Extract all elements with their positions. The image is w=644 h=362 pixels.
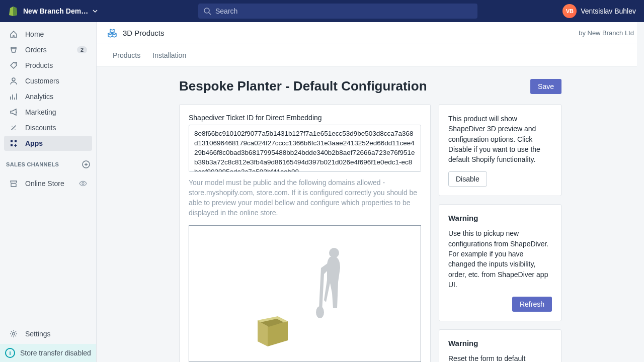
ticket-label: Shapediver Ticket ID for Direct Embeddin… (189, 114, 421, 122)
username[interactable]: Ventsislav Buhlev (581, 7, 636, 15)
sidebar-item-label: Settings (25, 330, 51, 338)
sidebar-item-apps[interactable]: Apps (4, 136, 92, 151)
search-input[interactable] (215, 7, 472, 15)
tab-installation[interactable]: Installation (146, 51, 192, 59)
svg-point-9 (13, 333, 15, 335)
svg-point-0 (204, 8, 209, 13)
store-name[interactable]: New Branch Demo ... (23, 7, 89, 15)
tab-products[interactable]: Products (107, 51, 146, 59)
store-switcher-caret-icon[interactable] (93, 9, 98, 14)
sidebar-item-label: Customers (25, 77, 59, 85)
sidebar-item-label: Apps (25, 139, 43, 147)
search-icon (203, 7, 211, 15)
sidebar-item-label: Home (25, 30, 44, 38)
app-3d-icon (107, 28, 118, 39)
sidebar-item-products[interactable]: Products (4, 58, 92, 73)
add-channel-icon[interactable] (82, 160, 90, 168)
reset-title: Warning (448, 339, 552, 347)
disable-text: This product will show ShapeDiver 3D pre… (448, 114, 552, 164)
page-title: Bespoke Planter - Default Configuration (179, 78, 427, 94)
app-header: 3D Products by New Branch Ltd (97, 22, 644, 44)
global-search[interactable] (198, 4, 477, 19)
sales-channels-heading: SALES CHANNELS (0, 155, 96, 171)
svg-point-15 (316, 306, 324, 318)
svg-rect-5 (15, 140, 17, 142)
sidebar-item-label: Online Store (25, 179, 64, 188)
sidebar-item-analytics[interactable]: Analytics (4, 89, 92, 104)
scrollbar-thumb[interactable] (638, 67, 643, 188)
refresh-text: Use this to pickup new configurations fr… (448, 228, 552, 290)
svg-point-14 (329, 248, 339, 258)
avatar[interactable]: VB (562, 4, 577, 18)
info-icon: i (5, 348, 15, 358)
orders-badge: 2 (77, 46, 87, 53)
view-store-icon[interactable] (79, 179, 87, 188)
sidebar-item-label: Orders (25, 46, 47, 54)
online-store-icon (9, 179, 18, 188)
main: 3D Products by New Branch Ltd Products I… (97, 22, 644, 362)
store-transfer-banner[interactable]: i Store transfer disabled (0, 344, 96, 362)
topbar: New Branch Demo ... VB Ventsislav Buhlev (0, 0, 644, 22)
discounts-icon (9, 123, 18, 132)
sidebar: Home Orders 2 Products Customers Analyti… (0, 22, 97, 362)
refresh-button[interactable]: Refresh (512, 297, 552, 312)
app-title: 3D Products (123, 29, 165, 37)
refresh-title: Warning (448, 214, 552, 222)
disable-card: This product will show ShapeDiver 3D pre… (439, 104, 561, 196)
customers-icon (9, 76, 18, 85)
content-scroll[interactable]: Bespoke Planter - Default Configuration … (97, 66, 644, 362)
sidebar-item-label: Analytics (25, 93, 53, 101)
sidebar-item-settings[interactable]: Settings (4, 326, 92, 341)
home-icon (9, 30, 18, 39)
marketing-icon (9, 108, 18, 117)
app-byline: by New Branch Ltd (579, 29, 634, 37)
sidebar-item-orders[interactable]: Orders 2 (4, 42, 92, 57)
store-transfer-label: Store transfer disabled (20, 349, 91, 357)
sidebar-item-label: Marketing (25, 108, 56, 116)
svg-point-2 (15, 63, 16, 64)
products-icon (9, 61, 18, 70)
ticket-help: Your model must be public and the follow… (189, 177, 421, 218)
apps-icon (9, 139, 18, 148)
shopify-logo-icon (8, 6, 18, 16)
sidebar-item-customers[interactable]: Customers (4, 73, 92, 88)
save-button[interactable]: Save (530, 79, 561, 94)
svg-point-3 (12, 78, 15, 81)
analytics-icon (9, 92, 18, 101)
ticket-card: Shapediver Ticket ID for Direct Embeddin… (179, 104, 431, 362)
model-preview[interactable] (189, 225, 421, 362)
reset-text: Reset the form to default configuration. (448, 353, 552, 362)
ticket-input[interactable] (189, 125, 421, 172)
sidebar-item-online-store[interactable]: Online Store (4, 176, 92, 191)
sidebar-item-home[interactable]: Home (4, 27, 92, 42)
reset-card: Warning Reset the form to default config… (439, 329, 561, 362)
preview-box-icon (253, 310, 293, 350)
svg-line-1 (209, 13, 211, 15)
svg-rect-6 (11, 144, 13, 146)
svg-rect-4 (11, 140, 13, 142)
svg-point-8 (82, 183, 84, 185)
gear-icon (9, 329, 18, 338)
sidebar-item-label: Products (25, 61, 53, 69)
sidebar-item-discounts[interactable]: Discounts (4, 120, 92, 135)
preview-human-icon (313, 246, 348, 321)
sidebar-item-label: Discounts (25, 124, 56, 132)
refresh-card: Warning Use this to pickup new configura… (439, 204, 561, 321)
disable-button[interactable]: Disable (448, 171, 487, 187)
app-tabs: Products Installation (97, 44, 644, 66)
sidebar-item-marketing[interactable]: Marketing (4, 105, 92, 120)
orders-icon (9, 45, 18, 54)
